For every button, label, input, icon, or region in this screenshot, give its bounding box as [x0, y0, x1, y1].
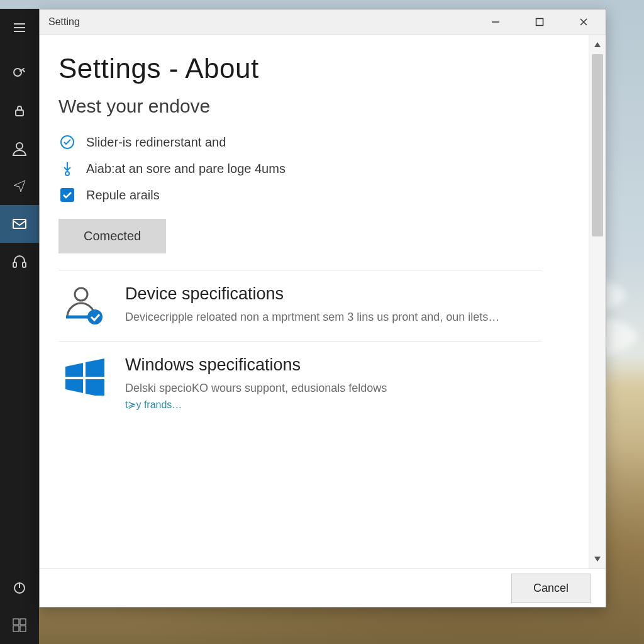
status-label: Repule arails [86, 188, 160, 203]
windows-specifications-link[interactable]: t≽y frands… [125, 399, 387, 411]
maximize-button[interactable] [518, 9, 562, 35]
content-area: Settings - About West your endove Slider… [40, 35, 589, 569]
svg-rect-9 [13, 626, 19, 631]
windows-specifications-desc: Delski specioKO wours suppont, edusional… [125, 380, 387, 396]
page-title: Settings - About [58, 53, 570, 84]
menu-icon[interactable] [0, 9, 39, 47]
svg-rect-10 [20, 626, 26, 631]
settings-window: Setting Settings - About West your endov… [39, 9, 606, 608]
status-item: Slider-is redinerstant and [58, 133, 570, 151]
svg-point-17 [87, 309, 103, 325]
location-icon[interactable] [0, 167, 39, 205]
status-item: Repule arails [58, 186, 570, 204]
windows-specifications-heading: Windows specifications [125, 355, 387, 375]
headset-icon[interactable] [0, 243, 39, 280]
close-button[interactable] [562, 9, 606, 35]
device-specifications-block[interactable]: Device specifications Devicecripple relo… [58, 270, 541, 341]
svg-marker-20 [65, 379, 83, 393]
svg-marker-21 [86, 379, 104, 396]
svg-marker-19 [86, 358, 104, 377]
checkbox-icon[interactable] [58, 186, 76, 204]
cancel-button[interactable]: Cancel [511, 574, 591, 603]
scroll-up-button[interactable] [589, 35, 606, 54]
status-label: Aiab:at an sore and pare loge 4ums [86, 162, 286, 176]
svg-rect-3 [13, 219, 26, 228]
lock-icon[interactable] [0, 92, 39, 130]
minimize-button[interactable] [474, 9, 518, 35]
svg-point-0 [14, 69, 21, 76]
windows-specifications-block[interactable]: Windows specifications Delski specioKO w… [58, 341, 541, 425]
svg-rect-1 [16, 110, 23, 116]
scroll-down-button[interactable] [589, 550, 606, 569]
footer: Cancel [40, 569, 606, 607]
scrollbar-track[interactable] [589, 54, 606, 550]
shield-check-icon [58, 133, 76, 151]
svg-rect-7 [13, 619, 19, 625]
windows-logo-icon [61, 355, 109, 398]
svg-point-15 [75, 288, 87, 301]
status-list: Slider-is redinerstant and Aiab:at an so… [58, 133, 570, 204]
status-label: Slider-is redinerstant and [86, 135, 226, 150]
shell-sidebar [0, 9, 39, 644]
svg-point-13 [65, 172, 69, 175]
scrollbar-thumb[interactable] [592, 54, 603, 236]
download-pin-icon [58, 160, 76, 177]
svg-rect-4 [13, 262, 16, 267]
svg-rect-14 [60, 188, 74, 202]
mail-icon[interactable] [0, 205, 39, 243]
svg-rect-11 [536, 19, 543, 26]
svg-rect-5 [23, 262, 26, 267]
security-key-icon[interactable] [0, 54, 39, 92]
device-person-icon [61, 284, 109, 327]
svg-marker-18 [65, 363, 83, 377]
svg-marker-23 [594, 557, 601, 562]
page-subtitle: West your endove [58, 96, 570, 117]
device-specifications-desc: Devicecripple reloated non a mprtment se… [125, 309, 499, 325]
titlebar[interactable]: Setting [40, 9, 606, 35]
device-specifications-heading: Device specifications [125, 284, 499, 304]
power-icon[interactable] [0, 569, 39, 606]
svg-marker-22 [594, 42, 601, 47]
svg-rect-8 [20, 619, 26, 625]
window-title: Setting [48, 16, 80, 28]
scrollbar[interactable] [589, 35, 606, 569]
status-item: Aiab:at an sore and pare loge 4ums [58, 160, 570, 177]
start-icon[interactable] [0, 606, 39, 644]
account-icon[interactable] [0, 130, 39, 167]
svg-point-2 [16, 143, 23, 149]
connected-button[interactable]: Comected [58, 219, 166, 253]
